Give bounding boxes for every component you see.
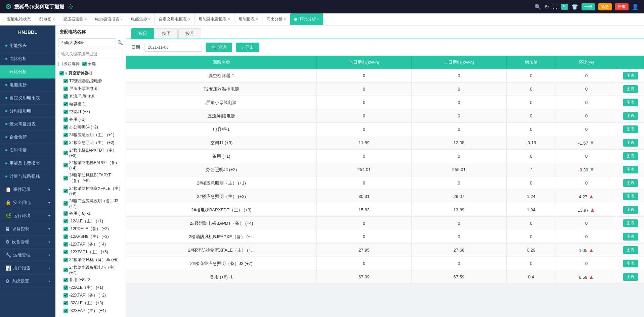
- chart-button[interactable]: 图表: [623, 219, 638, 227]
- tree-child-9[interactable]: 2#楼电梯BAPXFDT（主） (+3): [55, 147, 126, 159]
- tree-child-8[interactable]: 2#楼应急照明（主） (+2): [55, 139, 126, 147]
- tree-child-24[interactable]: -22XFAP（备） (+2): [55, 292, 126, 299]
- sidebar-item-9[interactable]: 用能及电费报表: [0, 157, 55, 170]
- nav-tab-3[interactable]: 电力极值报表×: [91, 13, 127, 25]
- chart-button[interactable]: 图表: [623, 246, 638, 254]
- tree-child-23[interactable]: -22ALE（主） (+1): [55, 284, 126, 292]
- tree-checkbox[interactable]: [63, 151, 68, 155]
- tree-child-2[interactable]: 直流屏|段电源: [55, 93, 126, 100]
- tree-checkbox[interactable]: [63, 201, 68, 206]
- tree-checkbox[interactable]: [63, 163, 68, 167]
- chart-button[interactable]: 图表: [623, 206, 638, 214]
- tree-child-17[interactable]: -12APSH8（主） (+3): [55, 233, 126, 241]
- tree-child-10[interactable]: 2#楼消防电梯BAPDT（备） (+4): [55, 159, 126, 171]
- tree-child-18[interactable]: -12XFAP（备） (+4): [55, 241, 126, 248]
- tree-checkbox[interactable]: [63, 293, 68, 298]
- tree-checkbox[interactable]: [63, 278, 68, 282]
- tree-child-13[interactable]: 2#楼商业应急照明（备）J3 (+7): [55, 197, 126, 210]
- tab-monthly[interactable]: 按月: [178, 28, 201, 39]
- chart-button[interactable]: 图表: [623, 125, 638, 133]
- tree-child-6[interactable]: 办公照明J4 (+2): [55, 123, 126, 131]
- sidebar-item-8[interactable]: 实时需量: [0, 144, 55, 157]
- chart-button[interactable]: 图表: [623, 72, 638, 80]
- tree-checkbox[interactable]: [63, 117, 68, 122]
- sidebar-item-17[interactable]: 📊 用户报告 ▾: [0, 262, 55, 275]
- query-button[interactable]: 🔍 查询: [206, 43, 232, 52]
- tree-child-1[interactable]: 屏顶小母线电源: [55, 85, 126, 93]
- close-icon-9[interactable]: ×: [317, 17, 319, 21]
- chart-button[interactable]: 图表: [623, 273, 638, 281]
- tree-child-5[interactable]: 备用 (+1): [55, 116, 126, 123]
- tree-checkbox[interactable]: [63, 87, 68, 91]
- sidebar-item-13[interactable]: 🌿 运行环境 ▾: [0, 209, 55, 222]
- nav-tab-7[interactable]: 用能报表×: [234, 13, 262, 25]
- tree-checkbox[interactable]: [63, 285, 68, 290]
- chart-button[interactable]: 图表: [623, 85, 638, 93]
- tree-child-16[interactable]: -12PDALE（备） (+2): [55, 225, 126, 233]
- refresh-icon[interactable]: ↻: [545, 4, 549, 10]
- nav-tab-4[interactable]: 电能集抄×: [127, 13, 155, 25]
- sidebar-item-5[interactable]: 分时段用电: [0, 105, 55, 118]
- tree-checkbox[interactable]: [63, 94, 68, 99]
- sidebar-item-7[interactable]: 企业负荷: [0, 131, 55, 144]
- sidebar-item-0[interactable]: 用能报表: [0, 39, 55, 52]
- sidebar-item-14[interactable]: 🎛 设备控制 ▾: [0, 222, 55, 235]
- search-icon[interactable]: 🔍: [534, 4, 541, 10]
- tree-child-22[interactable]: 备用 (+8) -2: [55, 276, 126, 284]
- sidebar-item-11[interactable]: 📋 事件记录 ▾: [0, 183, 55, 196]
- tree-checkbox[interactable]: [63, 219, 68, 223]
- sidebar-item-15[interactable]: ⚙ 设备管理 ▾: [0, 235, 55, 249]
- tree-checkbox[interactable]: [63, 110, 68, 114]
- tree-checkbox[interactable]: [63, 176, 68, 180]
- tree-child-19[interactable]: -12XFAP1（主） (+5): [55, 248, 126, 256]
- nav-tab-8[interactable]: 同比分析×: [262, 13, 290, 25]
- user-icon[interactable]: 👤: [632, 4, 639, 10]
- tree-node-parent[interactable]: ▾ 真空断路器-1: [55, 69, 126, 77]
- tree-child-25[interactable]: -32ALE（主） (+3): [55, 299, 126, 307]
- badge-normal[interactable]: 一般: [582, 3, 595, 10]
- tree-child-20[interactable]: 2#楼消防风机（备）J5 (+6): [55, 256, 126, 264]
- chart-button[interactable]: 图表: [623, 112, 638, 120]
- select-all-checkbox[interactable]: [82, 62, 87, 66]
- tree-checkbox[interactable]: [63, 227, 68, 231]
- close-icon-2[interactable]: ×: [85, 17, 87, 21]
- shirt-icon[interactable]: 👕: [571, 4, 578, 10]
- sidebar-item-3[interactable]: 电能集抄: [0, 78, 55, 92]
- sidebar-item-16[interactable]: 🔧 运维管理 ▾: [0, 249, 55, 262]
- nav-tab-0[interactable]: 变配电站状态: [3, 13, 35, 25]
- close-icon-7[interactable]: ×: [256, 17, 258, 21]
- tree-checkbox-parent[interactable]: [59, 71, 64, 75]
- tree-child-0[interactable]: T2变压器温控电源: [55, 77, 126, 85]
- tree-checkbox[interactable]: [63, 242, 68, 247]
- tree-checkbox[interactable]: [63, 189, 68, 193]
- close-icon-6[interactable]: ×: [228, 17, 230, 21]
- chart-button[interactable]: 图表: [623, 99, 638, 106]
- level-select-checkbox[interactable]: [58, 62, 62, 66]
- tab-daily[interactable]: 按日: [131, 28, 154, 39]
- chart-button[interactable]: 图表: [623, 139, 638, 147]
- tree-child-21[interactable]: 2#楼给水设备配电箱（主） (+7): [55, 264, 126, 276]
- tree-child-4[interactable]: 空调J1 (+3): [55, 108, 126, 116]
- tree-checkbox[interactable]: [63, 301, 68, 305]
- sidebar-item-4[interactable]: 自定义用电报表: [0, 92, 55, 105]
- keyword-filter-input[interactable]: [58, 50, 123, 58]
- tree-checkbox[interactable]: [63, 258, 68, 262]
- chart-button[interactable]: 图表: [623, 166, 638, 173]
- badge-severe[interactable]: 严重: [615, 3, 629, 10]
- tree-child-3[interactable]: 电容柜-1: [55, 100, 126, 108]
- tree-child-15[interactable]: -12ALE（主） (+1): [55, 217, 126, 225]
- close-icon-5[interactable]: ×: [188, 17, 190, 21]
- chart-button[interactable]: 图表: [623, 233, 638, 241]
- date-input[interactable]: [144, 43, 202, 52]
- tree-checkbox[interactable]: [63, 141, 68, 145]
- tree-child-11[interactable]: 2#楼消防风机BJFAPXF（备） (+5): [55, 171, 126, 185]
- nav-tab-1[interactable]: 配电图×: [35, 13, 59, 25]
- tab-weekly[interactable]: 按周: [155, 28, 178, 39]
- badge-urgent[interactable]: 紧急: [598, 3, 612, 10]
- close-icon-1[interactable]: ×: [53, 17, 55, 21]
- close-icon-3[interactable]: ×: [121, 17, 123, 21]
- chart-button[interactable]: 图表: [623, 193, 638, 200]
- nav-tab-9[interactable]: 环比分析×: [290, 13, 324, 25]
- nav-tab-5[interactable]: 自定义用电报表×: [155, 13, 195, 25]
- ai-icon[interactable]: AI: [561, 4, 568, 10]
